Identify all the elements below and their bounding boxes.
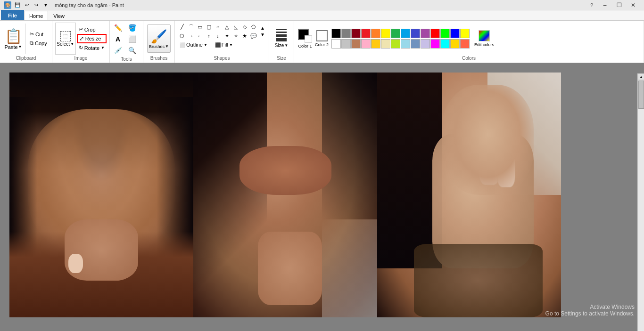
- palette-color-lavender[interactable]: [421, 39, 430, 48]
- shape-ellipse[interactable]: ○: [214, 23, 222, 31]
- shape-right-arrow[interactable]: →: [187, 32, 195, 40]
- shape-right-triangle[interactable]: ◺: [231, 23, 240, 31]
- shape-star5[interactable]: ★: [240, 32, 249, 40]
- brushes-dropdown[interactable]: ▼: [165, 44, 169, 48]
- palette-color-bright-red[interactable]: [430, 29, 440, 38]
- outline-button[interactable]: ⬜ Outline ▼: [178, 41, 209, 48]
- pencil-tool[interactable]: ✏️: [113, 23, 123, 33]
- window-controls: – ❐ ✕: [598, 0, 640, 10]
- color2-swatch[interactable]: [316, 30, 328, 41]
- eraser-tool[interactable]: ⬜: [127, 34, 137, 44]
- palette-color-gold[interactable]: [371, 39, 380, 48]
- undo-quick-btn[interactable]: ↩: [23, 1, 31, 9]
- resize-button[interactable]: ⤢ Resize: [77, 34, 107, 43]
- scroll-up-btn[interactable]: ▲: [638, 73, 644, 80]
- size-button[interactable]: Size ▼: [271, 24, 292, 53]
- tab-view[interactable]: View: [48, 11, 70, 20]
- palette-color-goldenrod[interactable]: [450, 39, 460, 48]
- palette-color-skyblue[interactable]: [401, 39, 410, 48]
- palette-color-yellow[interactable]: [381, 29, 390, 38]
- palette-color-green[interactable]: [391, 29, 400, 38]
- select-dropdown[interactable]: ▼: [70, 42, 74, 46]
- palette-color-tomato[interactable]: [460, 39, 470, 48]
- brushes-button[interactable]: 🖌️ Brushes ▼: [147, 24, 171, 53]
- redo-quick-btn[interactable]: ↪: [32, 1, 41, 9]
- size-lines-icon: [276, 29, 287, 41]
- scroll-thumb[interactable]: [638, 81, 644, 109]
- palette-color-orange[interactable]: [371, 29, 380, 38]
- outline-dropdown[interactable]: ▼: [204, 43, 207, 47]
- palette-color-white[interactable]: [331, 39, 341, 48]
- color1-swatch-container[interactable]: [298, 29, 312, 43]
- palette-color-pink[interactable]: [361, 39, 371, 48]
- shapes-scroll-up[interactable]: ▲: [260, 25, 265, 31]
- color1-section: Color 1: [298, 29, 312, 48]
- palette-color-red[interactable]: [361, 29, 371, 38]
- edit-colors-icon: [479, 30, 490, 41]
- picker-tool[interactable]: 💉: [113, 45, 123, 56]
- shape-down-arrow[interactable]: ↓: [214, 32, 222, 40]
- select-button[interactable]: ⬚ Select ▼: [55, 23, 76, 55]
- text-tool[interactable]: A: [113, 34, 123, 44]
- rotate-dropdown[interactable]: ▼: [101, 46, 105, 50]
- palette-color-magenta[interactable]: [430, 39, 440, 48]
- palette-color-purple[interactable]: [421, 29, 430, 38]
- shape-star4[interactable]: ✧: [231, 32, 240, 40]
- scroll-track[interactable]: [638, 80, 644, 331]
- image-panel-1: [9, 73, 193, 317]
- shape-diamond[interactable]: ◇: [240, 23, 249, 31]
- maximize-btn[interactable]: ❐: [612, 0, 626, 10]
- palette-color-gray[interactable]: [341, 29, 351, 38]
- shape-speech[interactable]: 💬: [249, 32, 258, 40]
- shape-rect[interactable]: ▭: [196, 23, 204, 31]
- size-dropdown[interactable]: ▼: [284, 43, 288, 48]
- vertical-scrollbar[interactable]: ▲ ▼: [637, 73, 644, 331]
- minimize-btn[interactable]: –: [598, 0, 612, 10]
- qa-dropdown-btn[interactable]: ▼: [41, 1, 50, 9]
- palette-color-periwinkle[interactable]: [411, 39, 420, 48]
- shape-up-arrow[interactable]: ↑: [205, 32, 213, 40]
- palette-color-bright-yellow[interactable]: [460, 29, 470, 38]
- help-btn[interactable]: ?: [587, 2, 596, 8]
- paste-dropdown-arrow[interactable]: ▼: [18, 45, 22, 49]
- edit-colors-button[interactable]: Edit colors: [472, 29, 496, 48]
- crop-icon: ✂: [79, 26, 83, 32]
- cut-button[interactable]: ✂ Cut: [28, 30, 49, 38]
- shape-4arrow[interactable]: ✦: [223, 32, 231, 40]
- fill-dropdown[interactable]: ▼: [229, 43, 233, 47]
- shape-pentagon[interactable]: ⬠: [249, 23, 258, 31]
- palette-color-lime[interactable]: [391, 39, 400, 48]
- magnifier-tool[interactable]: 🔍: [127, 45, 137, 56]
- fill-tool[interactable]: 🪣: [127, 23, 137, 33]
- palette-color-bright-blue[interactable]: [450, 29, 460, 38]
- palette-color-bright-green[interactable]: [440, 29, 450, 38]
- crop-button[interactable]: ✂ Crop: [77, 26, 107, 33]
- save-quick-btn[interactable]: 💾: [13, 1, 22, 9]
- palette-color-lightgray[interactable]: [341, 39, 351, 48]
- shape-left-arrow[interactable]: ←: [196, 32, 204, 40]
- palette-color-blue[interactable]: [411, 29, 420, 38]
- fill-button[interactable]: ⬛ Fill ▼: [213, 41, 235, 48]
- copy-button[interactable]: ⧉ Copy: [28, 39, 49, 47]
- tab-home[interactable]: Home: [24, 11, 48, 20]
- shapes-scroll-down[interactable]: ▼: [260, 32, 265, 38]
- color1-inner-box: [305, 35, 312, 43]
- paste-button[interactable]: 📋 Paste ▼: [3, 23, 24, 55]
- image-group: ⬚ Select ▼ ✂ Crop ⤢ Resize ↻ Rotate: [52, 21, 110, 63]
- shape-line[interactable]: ╱: [178, 23, 186, 31]
- palette-color-cyan[interactable]: [401, 29, 410, 38]
- tab-file[interactable]: File: [1, 10, 24, 20]
- palette-color-cream[interactable]: [381, 39, 390, 48]
- shape-rect-rounded[interactable]: ▢: [205, 23, 213, 31]
- palette-color-brown[interactable]: [351, 39, 361, 48]
- shape-triangle[interactable]: △: [223, 23, 231, 31]
- palette-color-black[interactable]: [331, 29, 341, 38]
- shape-hexagon[interactable]: ⬡: [178, 32, 186, 40]
- color2-section: Color 2: [315, 30, 329, 47]
- canvas-area[interactable]: Activate Windows Go to Settings to activ…: [0, 63, 644, 331]
- palette-color-aqua[interactable]: [440, 39, 450, 48]
- palette-color-darkred[interactable]: [351, 29, 361, 38]
- rotate-button[interactable]: ↻ Rotate ▼: [77, 44, 107, 51]
- shape-curve[interactable]: ⌒: [187, 23, 195, 31]
- close-btn[interactable]: ✕: [626, 0, 640, 10]
